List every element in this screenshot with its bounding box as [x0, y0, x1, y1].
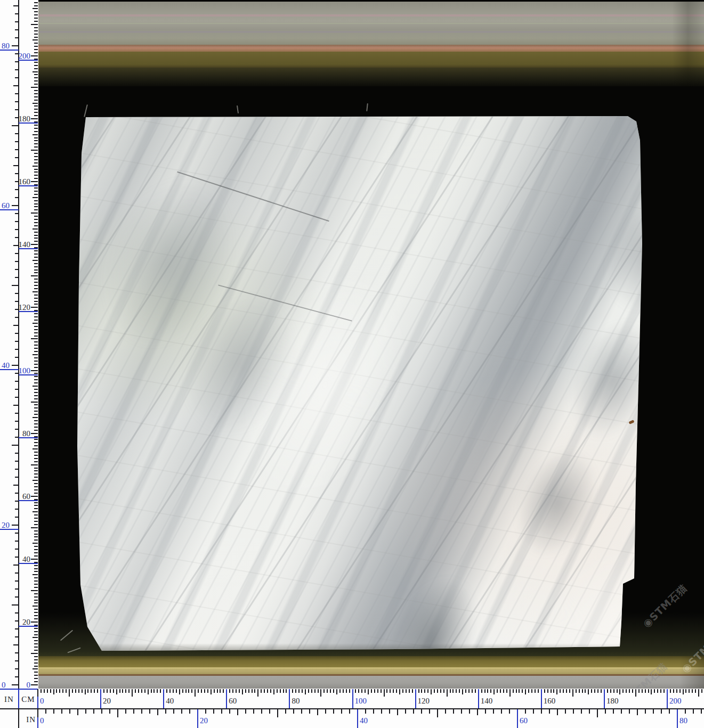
left-ruler-cm-tick: [34, 68, 38, 69]
left-ruler-cm-tick: [34, 640, 38, 641]
left-ruler-in-tick: [15, 429, 19, 430]
bottom-ruler-cm-tick: [657, 689, 658, 693]
bottom-ruler-cm-tick: [465, 689, 466, 693]
left-ruler-in-tick: [15, 69, 19, 70]
bottom-ruler-in-tick: [341, 709, 342, 714]
corner-unit-in: IN: [0, 693, 18, 705]
bottom-ruler-cm-tick: [544, 689, 545, 693]
left-ruler-in-tick: [15, 580, 19, 582]
left-ruler-cm-tick: [34, 238, 38, 239]
left-ruler-cm-tick: [34, 420, 38, 421]
bottom-ruler-cm-tick: [125, 689, 126, 693]
left-ruler-cm-tick: [34, 486, 38, 487]
bottom-ruler-cm-tick: [642, 689, 643, 693]
bottom-ruler-cm-tick: [374, 689, 375, 693]
bottom-ruler-cm-tick: [509, 689, 511, 697]
bottom-ruler-cm-tick: [305, 689, 306, 694]
bottom-ruler-cm-label: 20: [103, 696, 111, 706]
left-ruler-in-tick: [15, 509, 19, 510]
bottom-ruler-cm-tick: [472, 689, 473, 693]
bottom-ruler-cm-tick: [440, 689, 441, 693]
left-ruler-cm-tick: [34, 21, 38, 22]
left-ruler-cm-tick: [34, 568, 38, 569]
bottom-ruler-in-tick: [461, 709, 462, 714]
left-ruler-cm-tick: [34, 395, 38, 396]
bottom-ruler-separator-line: [0, 708, 704, 709]
left-ruler-cm-label: 40: [0, 554, 30, 565]
bottom-ruler-cm-tick: [44, 689, 45, 693]
bottom-ruler-in-tick: [637, 709, 638, 715]
left-ruler-cm-tick: [34, 602, 38, 603]
bottom-ruler-in-tick: [509, 709, 510, 714]
left-ruler-cm-tick: [34, 518, 38, 519]
bottom-ruler-cm-tick: [384, 689, 385, 697]
bottom-ruler-cm-tick: [393, 689, 394, 693]
left-ruler-cm-tick: [31, 621, 38, 623]
left-ruler-cm-tick: [31, 118, 38, 119]
left-ruler-in-tick: [15, 133, 19, 134]
bottom-ruler-in-tick: [165, 709, 166, 714]
bottom-ruler-cm-tick: [597, 689, 598, 693]
bottom-ruler-in-tick: [157, 709, 158, 715]
left-ruler-cm-tick: [34, 552, 38, 553]
bottom-ruler-in-tick: [189, 709, 190, 714]
bottom-ruler-in-tick: [493, 709, 494, 714]
bottom-ruler-in-tick: [133, 709, 134, 714]
left-ruler-cm-tick: [34, 430, 38, 431]
left-ruler-cm-tick: [33, 448, 38, 449]
left-ruler-cm-tick: [34, 452, 38, 453]
bottom-ruler-cm-tick: [107, 689, 108, 693]
bottom-ruler-in-tick: [445, 709, 446, 714]
left-ruler-in-tick: [15, 21, 19, 22]
bottom-ruler-in-label: 80: [679, 715, 687, 726]
left-ruler-in-tick: [15, 149, 19, 150]
left-ruler-cm-tick: [31, 559, 38, 560]
bottom-ruler-cm-tick: [188, 689, 189, 693]
left-ruler-cm-tick: [34, 392, 38, 393]
left-ruler-in-tick: [15, 349, 19, 350]
left-ruler-cm-tick: [34, 74, 38, 75]
bottom-ruler-in-tick: [109, 709, 110, 714]
left-ruler-cm-tick: [34, 414, 38, 415]
left-ruler-cm-tick: [34, 263, 38, 264]
left-ruler-in-tick: [15, 229, 19, 230]
bottom-ruler-in-tick: [629, 709, 630, 714]
left-ruler-in-tick: [15, 461, 19, 462]
left-ruler-in-tick: [15, 333, 19, 334]
left-ruler-cm-tick: [34, 681, 38, 682]
left-ruler-cm-tick: [34, 659, 38, 660]
bottom-ruler-cm-tick: [361, 689, 362, 693]
left-ruler-cm-tick: [34, 269, 38, 271]
bottom-ruler-cm-tick: [468, 689, 470, 693]
left-ruler-cm-tick: [34, 596, 38, 598]
corner-unit-in-row2: IN: [19, 714, 36, 725]
bottom-ruler-in-tick: [437, 709, 438, 717]
bottom-ruler-cm-tick: [701, 689, 702, 693]
left-ruler-in-tick: [15, 676, 19, 677]
bottom-ruler-cm-tick: [333, 689, 334, 693]
left-ruler-cm-tick: [34, 524, 38, 525]
bottom-ruler-cm-tick: [594, 689, 595, 693]
bottom-ruler-cm-tick: [113, 689, 114, 693]
left-ruler-cm-tick: [33, 71, 38, 72]
bottom-ruler-cm-tick: [339, 689, 341, 693]
left-ruler-in-tick: [13, 565, 19, 566]
bottom-ruler-cm-major-line: [415, 689, 416, 708]
bottom-ruler-cm-tick: [179, 689, 180, 694]
bottom-ruler-cm-tick: [242, 689, 243, 694]
bottom-ruler-in-tick: [173, 709, 174, 714]
left-ruler-cm-tick: [34, 191, 38, 192]
bottom-ruler-cm-label: 120: [418, 696, 430, 706]
left-ruler-cm-tick: [34, 313, 38, 314]
left-ruler-cm-tick: [34, 470, 38, 471]
left-ruler-cm-tick: [34, 521, 38, 522]
left-ruler-cm-tick: [34, 382, 38, 383]
bottom-ruler-cm-tick: [396, 689, 397, 693]
bottom-ruler-cm-tick: [538, 689, 539, 693]
bottom-ruler-cm-tick: [610, 689, 611, 693]
left-ruler-cm-tick: [34, 489, 38, 490]
bottom-ruler-in-tick: [77, 709, 78, 715]
bottom-ruler-cm-tick: [679, 689, 681, 693]
bottom-ruler-cm-major-line: [163, 689, 164, 708]
left-ruler-in-label: 40: [2, 360, 18, 371]
